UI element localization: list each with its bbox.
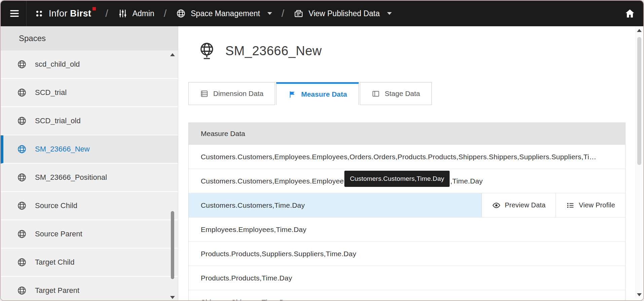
list-icon: [566, 201, 575, 210]
spaces-list: scd_child_old SCD_trial SCD_trial_old SM…: [1, 51, 178, 301]
space-name: Source Parent: [35, 230, 82, 238]
globe-icon: [17, 229, 27, 239]
globe-icon: [17, 59, 27, 69]
row-text: Products.Products,Time.Day: [201, 274, 292, 282]
globe-icon: [17, 116, 27, 126]
breadcrumb-separator: /: [164, 8, 166, 19]
tab-label: Stage Data: [385, 90, 420, 98]
scroll-up-arrow[interactable]: [637, 29, 642, 32]
space-name: SCD_trial_old: [35, 116, 81, 125]
row-text: Customers.Customers,Time.Day: [201, 201, 482, 209]
app-grid-icon[interactable]: [34, 8, 44, 19]
sidebar-item-target-child[interactable]: Target Child: [1, 248, 178, 277]
app-window: Infor Birst / Admin / Space Management /…: [0, 0, 644, 301]
table-header: Measure Data: [189, 123, 625, 144]
admin-label: Admin: [132, 9, 154, 18]
globe-icon: [17, 201, 27, 211]
row-text-left: Customers.Customers,Employees.Employee: [201, 177, 344, 185]
view-profile-label: View Profile: [579, 201, 615, 209]
space-name: scd_child_old: [35, 60, 80, 69]
row-text: Products.Products,Suppliers.Suppliers,Ti…: [201, 250, 356, 258]
main-scrollbar[interactable]: [636, 27, 642, 298]
globe-icon: [17, 286, 27, 296]
logo-birst: Birst: [70, 8, 91, 19]
eye-icon: [492, 201, 501, 210]
row-text: Customers.Customers,Employees.Employees,…: [201, 153, 596, 161]
preview-data-button[interactable]: Preview Data: [482, 193, 556, 218]
table-row[interactable]: Products.Products,Suppliers.Suppliers,Ti…: [189, 241, 625, 266]
view-published-data-label: View Published Data: [308, 9, 380, 18]
space-name: Target Parent: [35, 286, 79, 295]
table-row[interactable]: Customers.Customers,Employees.Employee C…: [189, 169, 625, 193]
row-text: Employees.Employees,Time.Day: [201, 226, 306, 234]
chevron-down-icon: [387, 12, 392, 15]
logo-red-square: [92, 7, 96, 10]
sidebar-title: Spaces: [1, 26, 178, 51]
globe-icon: [17, 172, 27, 182]
flag-icon: [288, 90, 296, 99]
globe-icon: [17, 88, 27, 98]
topbar: Infor Birst / Admin / Space Management /…: [1, 1, 643, 26]
scroll-down-arrow[interactable]: [637, 293, 642, 296]
server-icon: [200, 90, 209, 98]
table-row[interactable]: Employees.Employees,Time.Day: [189, 217, 625, 241]
table-row[interactable]: Customers.Customers,Employees.Employees,…: [189, 144, 625, 169]
tab-dimension-data[interactable]: Dimension Data: [188, 82, 275, 105]
space-management-label: Space Management: [191, 9, 260, 18]
page-title: SM_23666_New: [225, 44, 322, 58]
topbar-divider: [26, 1, 27, 26]
space-management-dropdown[interactable]: Space Management: [176, 8, 272, 19]
tab-stage-data[interactable]: Stage Data: [360, 82, 432, 105]
sidebar-item-source-parent[interactable]: Source Parent: [1, 220, 178, 248]
sidebar-item-source-child[interactable]: Source Child: [1, 192, 178, 220]
tab-label: Measure Data: [301, 90, 347, 98]
row-text: Shippers.Shippers,Time.Day: [201, 298, 292, 301]
main-content: SM_23666_New Dimension Data Measure Data…: [178, 26, 643, 301]
breadcrumb-separator: /: [281, 8, 284, 19]
sidebar-item-sm-23666-new[interactable]: SM_23666_New: [1, 135, 178, 164]
space-name: Source Child: [35, 201, 77, 210]
row-text-right: ,Time.Day: [450, 177, 483, 185]
sidebar-scrollbar[interactable]: [170, 51, 175, 301]
measure-data-table: Measure Data Customers.Customers,Employe…: [188, 123, 626, 301]
globe-stand-icon: [198, 42, 215, 60]
space-name: SCD_trial: [35, 88, 67, 97]
space-name: SM_23666_Positional: [35, 173, 107, 182]
logo-infor: Infor: [49, 8, 68, 19]
infor-birst-logo[interactable]: Infor Birst: [49, 8, 96, 19]
space-name: SM_23666_New: [35, 145, 90, 154]
tab-label: Dimension Data: [213, 90, 263, 98]
table-row[interactable]: Shippers.Shippers,Time.Day: [189, 290, 625, 301]
scroll-up-arrow[interactable]: [170, 53, 175, 56]
spaces-sidebar: Spaces scd_child_old SCD_trial SCD_trial…: [1, 26, 178, 301]
sidebar-item-sm-23666-positional[interactable]: SM_23666_Positional: [1, 164, 178, 192]
sidebar-item-scd-child-old[interactable]: scd_child_old: [1, 51, 178, 79]
tooltip: Customers.Customers,Time.Day: [344, 171, 449, 187]
scrollbar-thumb[interactable]: [637, 37, 641, 165]
view-published-data-dropdown[interactable]: View Published Data: [294, 8, 392, 19]
globe-icon: [17, 257, 27, 267]
data-tabs: Dimension Data Measure Data Stage Data: [188, 82, 643, 105]
scrollbar-thumb[interactable]: [171, 211, 174, 279]
chevron-down-icon: [267, 12, 272, 15]
tab-measure-data[interactable]: Measure Data: [276, 82, 359, 105]
sidebar-item-target-parent[interactable]: Target Parent: [1, 277, 178, 301]
page-title-block: SM_23666_New: [198, 42, 643, 60]
table-row-highlighted[interactable]: Customers.Customers,Time.Day Preview Dat…: [189, 193, 625, 217]
breadcrumb-admin[interactable]: Admin: [118, 8, 154, 19]
globe-icon: [17, 144, 27, 154]
breadcrumb-separator: /: [105, 8, 108, 19]
columns-icon: [372, 90, 380, 98]
hamburger-menu-icon[interactable]: [9, 8, 20, 19]
view-profile-button[interactable]: View Profile: [556, 193, 625, 218]
globe-icon: [176, 8, 186, 19]
preview-data-label: Preview Data: [505, 201, 545, 209]
sliders-icon: [118, 8, 128, 19]
sidebar-item-scd-trial[interactable]: SCD_trial: [1, 79, 178, 107]
published-data-icon: [294, 8, 304, 19]
sidebar-item-scd-trial-old[interactable]: SCD_trial_old: [1, 107, 178, 135]
scroll-down-arrow[interactable]: [170, 296, 175, 299]
home-icon[interactable]: [624, 8, 635, 19]
space-name: Target Child: [35, 258, 74, 267]
table-row[interactable]: Products.Products,Time.Day: [189, 266, 625, 290]
